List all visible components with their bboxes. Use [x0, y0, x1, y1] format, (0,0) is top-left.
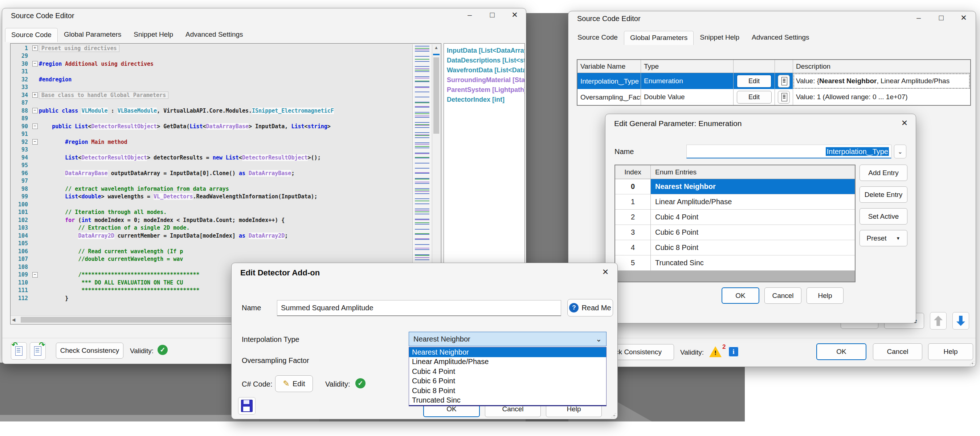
parameter-row[interactable]: Interpolation‿TypeEnumerationEditValue: … — [578, 73, 970, 89]
edit-code-button[interactable]: ✎ Edit — [275, 375, 313, 392]
export-snippet-button[interactable]: ↷ — [30, 342, 46, 360]
dropdown-item-nearest-neighbor[interactable]: Nearest Neighbor — [409, 347, 606, 357]
interpolation-type-combobox[interactable]: Nearest Neighbor ⌄ — [409, 332, 606, 346]
move-up-button[interactable] — [930, 312, 947, 329]
ok-button[interactable]: OK — [722, 287, 759, 304]
vertical-scroll-thumb[interactable] — [433, 57, 439, 134]
dropdown-item-cubic-4-point[interactable]: Cubic 4 Point — [409, 367, 606, 377]
enum-label: Cubic 6 Point — [651, 225, 855, 240]
fold-expand-icon[interactable]: + — [32, 92, 38, 98]
tab-global-parameters[interactable]: Global Parameters — [58, 28, 127, 42]
fold-expand-icon[interactable]: + — [32, 45, 38, 51]
snippet-variable[interactable]: DataDescriptions [List<string — [447, 56, 522, 65]
parameter-row[interactable]: Oversampling‿FactorDouble ValueEditValue… — [578, 89, 970, 105]
dropdown-item-linear-amplitude-phase[interactable]: Linear Amplitude/Phase — [409, 357, 606, 367]
name-label: Name — [614, 147, 634, 156]
maximize-button[interactable]: □ — [935, 13, 947, 22]
help-button[interactable]: Help — [928, 343, 973, 360]
delete-entry-button[interactable]: Delete Entry — [859, 186, 907, 203]
dropdown-item-cubic-8-point[interactable]: Cubic 8 Point — [409, 386, 606, 396]
tab-source-code[interactable]: Source Code — [571, 30, 624, 45]
preset-button[interactable]: Preset ▼ — [859, 230, 907, 246]
enum-entry-row[interactable]: 1Linear Amplitude/Phase — [615, 194, 855, 210]
snippet-variable[interactable]: ParentSystem [Lightpath] — [447, 85, 522, 95]
name-dropdown-button[interactable]: ⌄ — [894, 145, 906, 158]
parameter-description: Value: {Nearest Neighbor, Linear Amplitu… — [793, 73, 970, 89]
close-button[interactable]: ✕ — [958, 13, 970, 22]
set-active-button[interactable]: Set Active — [859, 208, 907, 225]
description-document-icon[interactable] — [778, 75, 790, 88]
code-text: Base class to handle Global Parameters — [39, 92, 169, 99]
fold-margin: + — [31, 92, 39, 98]
enum-entry-row[interactable]: 5Truncated Sinc — [615, 256, 855, 271]
tab-snippet-help[interactable]: Snippet Help — [694, 30, 746, 45]
code-text: DataArray2D currentMember = InputData[mo… — [39, 233, 288, 239]
minimize-button[interactable]: – — [463, 11, 476, 19]
fold-margin: − — [31, 139, 39, 145]
parameter-type: Double Value — [641, 89, 733, 105]
read-me-button[interactable]: ? Read Me — [567, 299, 613, 316]
close-icon[interactable]: ✕ — [899, 118, 910, 128]
edit-parameter-button[interactable]: Edit — [737, 75, 772, 88]
snippet-variable[interactable]: InputData [List<DataArrayBas — [447, 46, 522, 56]
enum-entry-row[interactable]: 4Cubic 8 Point — [615, 240, 855, 256]
snippet-variable[interactable]: WavefrontData [List<DataArra — [447, 65, 522, 75]
validity-label: Validity: — [325, 380, 350, 388]
fold-collapse-icon[interactable]: − — [32, 123, 38, 129]
fold-collapse-icon[interactable]: − — [32, 108, 38, 113]
move-down-button[interactable] — [952, 312, 969, 329]
minimize-button[interactable]: – — [913, 13, 925, 22]
snippet-variable[interactable]: SurroundingMaterial [Standar — [447, 75, 522, 85]
check-consistency-button[interactable]: Check Consistency — [56, 343, 123, 359]
right-titlebar[interactable]: Source Code Editor – □ ✕ — [568, 11, 976, 26]
edit-parameter-button[interactable]: Edit — [737, 91, 772, 104]
name-input[interactable]: Summed Squared Amplitude — [277, 300, 561, 316]
name-input[interactable]: Interpolation‿Type — [686, 145, 891, 158]
fold-collapse-icon[interactable]: − — [32, 272, 38, 278]
left-titlebar[interactable]: Source Code Editor – □ ✕ — [2, 8, 526, 23]
fold-margin: + — [31, 45, 39, 51]
snippet-variable[interactable]: DetectorIndex [int] — [447, 95, 522, 105]
import-snippet-button[interactable]: ↶ — [11, 342, 27, 360]
code-text: DataArrayBase outputDataArray = InputDat… — [39, 170, 294, 177]
code-text: List<double> wavelengths = VL_Detectors.… — [39, 193, 318, 200]
maximize-button[interactable]: □ — [486, 11, 498, 19]
close-button[interactable]: ✕ — [509, 11, 521, 19]
save-button[interactable] — [238, 397, 256, 415]
enum-entry-row[interactable]: 0Nearest Neighbor — [615, 179, 855, 194]
tab-snippet-help[interactable]: Snippet Help — [127, 28, 179, 42]
pencil-icon: ✎ — [283, 379, 290, 388]
line-number: 104 — [11, 233, 31, 239]
dropdown-item-cubic-6-point[interactable]: Cubic 6 Point — [409, 377, 606, 386]
enum-entry-row[interactable]: 3Cubic 6 Point — [615, 225, 855, 240]
close-icon[interactable]: ✕ — [600, 267, 611, 277]
dropdown-item-truncated-sinc[interactable]: Truncated Sinc — [409, 396, 606, 406]
enum-entry-row[interactable]: 2Cubic 4 Point — [615, 210, 855, 225]
description-document-icon[interactable] — [778, 91, 790, 104]
desktop: Source Code Editor – □ ✕ Source CodeGlob… — [0, 0, 980, 436]
scroll-left-icon[interactable]: ◀ — [12, 317, 15, 322]
fold-collapse-icon[interactable]: − — [32, 139, 38, 145]
code-line: 97 — [11, 177, 412, 185]
column-header: Index — [615, 165, 651, 179]
scroll-up-icon[interactable]: ▲ — [432, 45, 440, 50]
line-number: 105 — [11, 240, 31, 247]
resize-grip[interactable] — [969, 360, 974, 365]
tab-source-code[interactable]: Source Code — [5, 28, 58, 42]
cancel-button[interactable]: Cancel — [873, 343, 922, 360]
tab-global-parameters[interactable]: Global Parameters — [624, 31, 694, 45]
resize-grip[interactable] — [611, 412, 616, 417]
cancel-button[interactable]: Cancel — [764, 287, 802, 304]
info-icon[interactable]: i — [728, 346, 739, 357]
enum-index: 3 — [615, 225, 651, 240]
enum-label: Cubic 8 Point — [651, 240, 855, 256]
fold-collapse-icon[interactable]: − — [32, 61, 38, 67]
ok-button[interactable]: OK — [816, 343, 866, 360]
global-parameters-table: Variable NameTypeDescription Interpolati… — [577, 59, 971, 106]
tab-advanced-settings[interactable]: Advanced Settings — [179, 28, 249, 42]
tab-advanced-settings[interactable]: Advanced Settings — [746, 30, 815, 45]
fold-margin: − — [31, 272, 39, 278]
code-line: 99 List<double> wavelengths = VL_Detecto… — [11, 193, 412, 201]
add-entry-button[interactable]: Add Entry — [859, 164, 907, 181]
help-button[interactable]: Help — [807, 287, 843, 304]
